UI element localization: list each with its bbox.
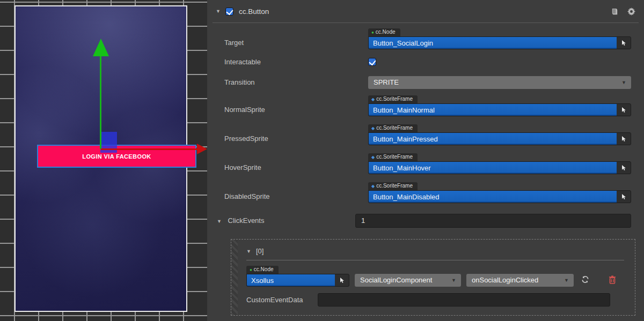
event-node-field[interactable]: Xsollus [247,274,335,286]
collapse-arrow-icon[interactable]: ▼ [216,9,221,14]
event-component-dropdown[interactable]: SocialLoginComponent [355,274,461,287]
event-0-collapse-icon[interactable]: ▼ [246,249,252,254]
help-doc-icon[interactable] [611,8,619,16]
disabled-sprite-field[interactable]: Button_MainDisabled [369,191,617,203]
custom-event-data-input[interactable] [318,293,610,307]
pressed-sprite-field[interactable]: Button_MainPressed [369,133,617,145]
click-events-collapse-icon[interactable]: ▼ [217,219,222,224]
target-row: Target ●cc.Node Button_SocialLogin [224,27,631,49]
normal-sprite-row: NormalSprite ◆cc.SoriteFrame Button_Main… [224,94,631,116]
target-label: Target [224,36,368,49]
click-events-count-field[interactable]: 1 [355,214,631,228]
component-title: cc.Button [239,8,269,16]
component-enabled-checkbox[interactable] [225,8,233,16]
y-axis-line [100,54,101,149]
normal-sprite-label: NormalSprite [224,103,368,116]
pressed-sprite-label: PressedSprite [224,132,368,145]
interactable-checkbox[interactable] [368,58,376,66]
x-axis-arrow-icon[interactable] [197,144,207,154]
inspector-panel: ▼ cc.Button [207,0,644,321]
transition-dropdown[interactable]: SPRITE [368,76,631,89]
spriteframe-type-icon: ◆ [371,126,375,131]
node-type-icon: ● [250,267,252,272]
event-delete-trash-icon[interactable] [606,275,618,286]
spriteframe-type-tag: ◆cc.SoriteFrame [368,182,418,190]
pressed-sprite-picker-icon[interactable] [617,133,631,145]
event-node-type-tag: ●cc.Node [246,266,279,274]
editor-window: LOGIN VIA FACEBOOK ▼ cc.Button [0,0,644,321]
custom-event-data-label: CustomEventData [246,296,318,304]
group-drag-handle[interactable] [231,240,238,315]
spriteframe-type-icon: ◆ [371,155,375,160]
x-axis-line [101,148,198,150]
transition-row: Transition SPRITE [224,76,631,89]
settings-gear-icon[interactable] [627,8,635,16]
click-events-row: ▼ ClickEvents 1 [224,214,631,228]
target-type-tag: ●cc.Node [368,28,400,36]
click-events-label: ClickEvents [228,217,265,225]
interactable-label: Interactable [224,58,368,68]
hover-sprite-row: HoverSprite ◆cc.SoriteFrame Button_MainH… [224,152,631,174]
scene-view[interactable]: LOGIN VIA FACEBOOK [0,0,207,321]
node-type-icon: ● [371,30,374,35]
normal-sprite-field[interactable]: Button_MainNormal [369,104,617,116]
click-event-0-group: ▼ [0] ●cc.Node Xsollus [231,239,635,316]
y-axis-arrow-icon[interactable] [93,39,109,56]
event-0-divider [246,260,624,260]
spriteframe-type-icon: ◆ [371,184,375,189]
event-refresh-icon[interactable] [579,275,591,285]
component-header: ▼ cc.Button [207,0,644,23]
target-picker-icon[interactable] [617,37,631,49]
spriteframe-type-tag: ◆cc.SoriteFrame [368,95,418,103]
pressed-sprite-row: PressedSprite ◆cc.SoriteFrame Button_Mai… [224,123,631,145]
hover-sprite-picker-icon[interactable] [617,162,631,174]
event-0-index-label: [0] [256,247,264,255]
target-reference-field[interactable]: Button_SocialLogin [369,37,617,49]
normal-sprite-picker-icon[interactable] [617,104,631,116]
login-button-label: LOGIN VIA FACEBOOK [82,153,151,160]
spriteframe-type-tag: ◆cc.SoriteFrame [368,124,418,132]
interactable-row: Interactable [224,58,631,68]
spriteframe-type-icon: ◆ [371,97,375,102]
hover-sprite-label: HoverSprite [224,161,368,174]
spriteframe-type-tag: ◆cc.SoriteFrame [368,153,418,161]
event-node-picker-icon[interactable] [335,274,349,286]
disabled-sprite-picker-icon[interactable] [617,191,631,203]
transition-label: Transition [224,76,368,89]
hover-sprite-field[interactable]: Button_MainHover [369,162,617,174]
event-handler-dropdown[interactable]: onSocialLoginClicked [466,274,574,287]
disabled-sprite-row: DisabledSprite ◆cc.SoriteFrame Button_Ma… [224,181,631,203]
disabled-sprite-label: DisabledSprite [224,190,368,203]
